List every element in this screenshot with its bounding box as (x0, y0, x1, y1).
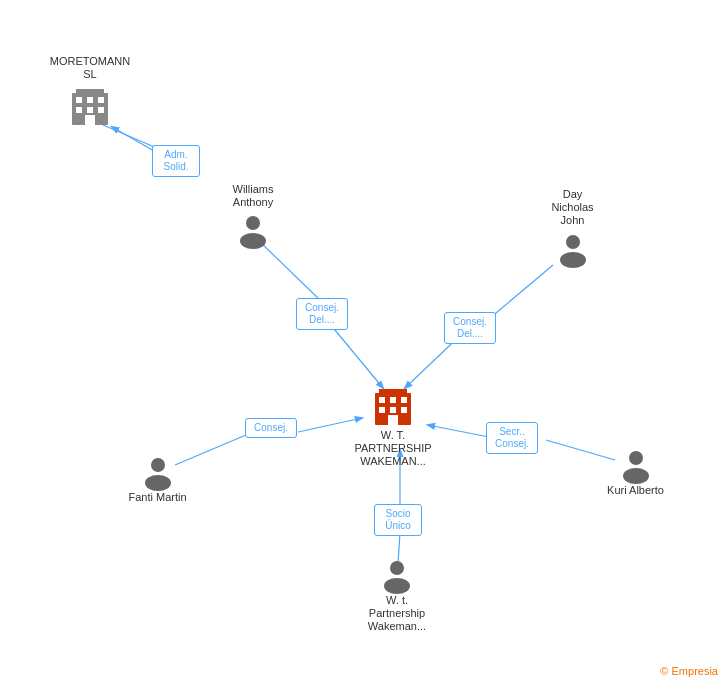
svg-point-23 (566, 235, 580, 249)
svg-rect-26 (379, 389, 407, 395)
node-moretomann: MORETOMANN SL (50, 55, 130, 129)
svg-point-38 (390, 561, 404, 575)
relation-consej-del-day: Consej.Del.... (444, 312, 496, 344)
svg-line-4 (490, 265, 553, 318)
node-wt-sub: W. t.PartnershipWakeman... (357, 558, 437, 638)
svg-rect-30 (379, 407, 385, 413)
svg-rect-31 (390, 407, 396, 413)
wt-sub-label: W. t.PartnershipWakeman... (368, 594, 426, 634)
svg-rect-18 (87, 107, 93, 113)
building-gray-icon (68, 85, 112, 129)
svg-rect-17 (76, 107, 82, 113)
svg-rect-20 (85, 115, 95, 125)
relation-adm-solid: Adm.Solid. (152, 145, 200, 177)
svg-rect-32 (401, 407, 407, 413)
williams-label: WilliamsAnthony (233, 183, 274, 209)
svg-point-35 (145, 475, 171, 491)
svg-point-36 (629, 451, 643, 465)
svg-rect-16 (98, 97, 104, 103)
relation-socio-unico: SocioÚnico (374, 504, 422, 536)
person-icon-williams (235, 213, 271, 249)
moretomann-label: MORETOMANN SL (50, 55, 130, 81)
svg-point-39 (384, 578, 410, 594)
day-label: DayNicholasJohn (551, 188, 593, 228)
watermark: © Empresia (660, 665, 718, 677)
svg-rect-29 (401, 397, 407, 403)
node-williams: WilliamsAnthony (218, 183, 288, 249)
svg-point-22 (240, 233, 266, 249)
svg-point-24 (560, 252, 586, 268)
svg-rect-28 (390, 397, 396, 403)
node-day: DayNicholasJohn (535, 188, 610, 268)
wt-main-label: W. T.PARTNERSHIPWAKEMAN... (354, 429, 431, 469)
svg-rect-33 (388, 415, 398, 425)
svg-rect-27 (379, 397, 385, 403)
fanti-label: Fanti Martin (128, 491, 186, 504)
watermark-copyright: © (660, 665, 668, 677)
node-fanti: Fanti Martin (120, 455, 195, 508)
svg-point-21 (246, 216, 260, 230)
svg-point-37 (623, 468, 649, 484)
person-icon-kuri (618, 448, 654, 484)
relation-secr-consej: Secr..Consej. (486, 422, 538, 454)
person-icon-fanti (140, 455, 176, 491)
person-icon-wt-sub (379, 558, 415, 594)
watermark-brand: Empresia (672, 665, 718, 677)
person-icon-day (555, 232, 591, 268)
relation-consej-del-williams: Consej.Del.... (296, 298, 348, 330)
relation-consej-fanti: Consej. (245, 418, 297, 438)
node-wt-main: W. T.PARTNERSHIPWAKEMAN... (348, 385, 438, 473)
building-red-icon (371, 385, 415, 429)
svg-point-34 (151, 458, 165, 472)
kuri-label: Kuri Alberto (607, 484, 664, 497)
svg-rect-14 (76, 97, 82, 103)
node-kuri: Kuri Alberto (598, 448, 673, 501)
svg-rect-19 (98, 107, 104, 113)
svg-rect-13 (76, 89, 104, 95)
svg-rect-15 (87, 97, 93, 103)
